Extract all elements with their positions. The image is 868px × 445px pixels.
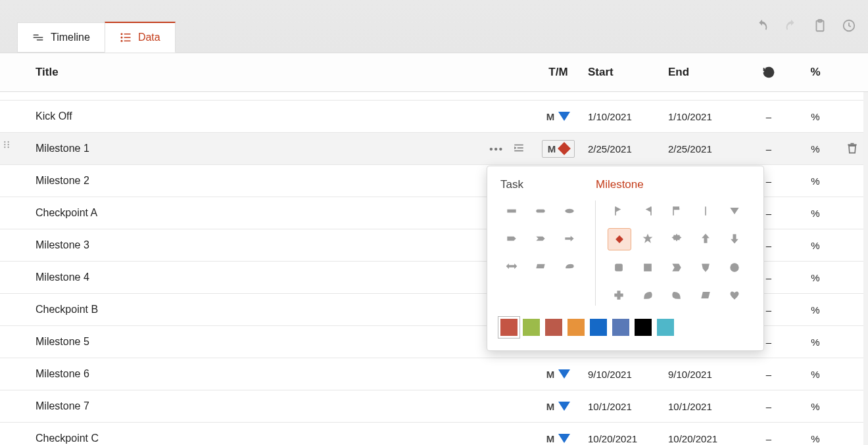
clipboard-icon[interactable] <box>813 18 827 35</box>
table-row[interactable]: Kick OffM1/10/20211/10/2021–% <box>0 100 868 133</box>
ms-shape-square[interactable] <box>637 257 659 278</box>
redo-icon[interactable] <box>784 18 798 35</box>
cell-duration[interactable]: – <box>743 143 794 154</box>
col-title[interactable]: Title <box>29 66 534 79</box>
col-end[interactable]: End <box>663 66 743 79</box>
task-shape-oval[interactable] <box>558 200 581 222</box>
popover-tab-task[interactable]: Task <box>500 178 523 191</box>
color-swatch[interactable] <box>523 319 540 336</box>
cell-end[interactable]: 10/1/2021 <box>663 401 743 412</box>
ms-shape-rounded-square[interactable] <box>608 257 630 278</box>
cell-start[interactable]: 10/1/2021 <box>583 401 663 412</box>
task-shape-chevron[interactable] <box>500 228 523 249</box>
cell-tm[interactable]: M <box>534 401 583 412</box>
cell-title[interactable]: Milestone 6 <box>29 368 534 380</box>
task-shape-tag[interactable] <box>529 228 552 249</box>
ms-shape-chevron[interactable] <box>665 257 688 278</box>
col-tm[interactable]: T/M <box>534 66 583 79</box>
undo-icon[interactable] <box>755 18 769 35</box>
task-shape-arrow[interactable] <box>558 228 581 249</box>
ms-shape-shield[interactable] <box>694 257 717 278</box>
col-start[interactable]: Start <box>583 66 663 79</box>
ms-shape-leaf2[interactable] <box>665 285 688 306</box>
cell-title[interactable]: Kick Off <box>29 110 534 122</box>
color-swatch[interactable] <box>500 319 518 336</box>
cell-duration[interactable]: – <box>743 433 794 444</box>
table-row[interactable]: Milestone 1•••M2/25/20212/25/2021–% <box>0 133 868 165</box>
cell-duration[interactable]: – <box>743 111 794 122</box>
cell-start[interactable]: 1/10/2021 <box>583 111 663 122</box>
ms-shape-line[interactable] <box>694 200 717 222</box>
cell-tm[interactable]: M <box>534 433 583 444</box>
cell-percent[interactable]: % <box>794 433 836 444</box>
ms-shape-triangle-down[interactable] <box>723 200 746 222</box>
cell-title[interactable]: Checkpoint C <box>29 433 534 444</box>
cell-end[interactable]: 1/10/2021 <box>663 111 743 122</box>
color-swatch[interactable] <box>612 319 629 336</box>
cell-title[interactable]: Milestone 3 <box>29 239 534 251</box>
tab-timeline[interactable]: Timeline <box>17 22 105 53</box>
ms-shape-gear[interactable] <box>665 228 688 249</box>
ms-shape-flag-left[interactable] <box>637 200 659 222</box>
ms-shape-leaf1[interactable] <box>637 285 659 306</box>
ms-shape-plus[interactable] <box>608 285 630 306</box>
scrollbar[interactable] <box>863 92 868 445</box>
cell-title[interactable]: Milestone 5 <box>29 336 534 348</box>
ms-shape-star[interactable] <box>637 228 659 249</box>
cell-percent[interactable]: % <box>794 143 836 154</box>
cell-duration[interactable]: – <box>743 401 794 412</box>
task-shape-bar[interactable] <box>500 200 523 222</box>
cell-tm[interactable]: M <box>534 111 583 122</box>
cell-percent[interactable]: % <box>794 176 836 187</box>
cell-title[interactable]: Milestone 1••• <box>29 142 534 156</box>
cell-title[interactable]: Milestone 2 <box>29 175 534 187</box>
ms-shape-parallelogram[interactable] <box>694 285 717 306</box>
cell-end[interactable]: 9/10/2021 <box>663 369 743 380</box>
cell-percent[interactable]: % <box>794 111 836 122</box>
ms-shape-arrow-up[interactable] <box>694 228 717 249</box>
ms-shape-heart[interactable] <box>723 285 746 306</box>
task-shape-pill[interactable] <box>529 200 552 222</box>
cell-end[interactable]: 10/20/2021 <box>663 433 743 444</box>
cell-percent[interactable]: % <box>794 208 836 219</box>
cell-duration[interactable]: – <box>743 369 794 380</box>
col-duration[interactable] <box>743 66 794 79</box>
color-swatch[interactable] <box>635 319 652 336</box>
cell-end[interactable]: 2/25/2021 <box>663 143 743 154</box>
ms-shape-diamond[interactable] <box>608 228 631 250</box>
tab-data[interactable]: Data <box>105 22 176 53</box>
color-swatch[interactable] <box>545 319 562 336</box>
drag-handle-icon[interactable] <box>1 139 12 152</box>
popover-tab-milestone[interactable]: Milestone <box>596 178 644 191</box>
cell-tm[interactable]: M <box>534 369 583 380</box>
cell-start[interactable]: 2/25/2021 <box>583 143 663 154</box>
task-shape-biarrow[interactable] <box>500 256 523 277</box>
cell-tm[interactable]: M <box>534 140 583 158</box>
table-row[interactable]: Milestone 7M10/1/202110/1/2021–% <box>0 390 868 423</box>
cell-percent[interactable]: % <box>794 304 836 316</box>
table-row[interactable]: Milestone 6M9/10/20219/10/2021–% <box>0 358 868 390</box>
cell-percent[interactable]: % <box>794 369 836 380</box>
history-icon[interactable] <box>842 18 856 35</box>
cell-start[interactable]: 10/20/2021 <box>583 433 663 444</box>
cell-start[interactable]: 9/10/2021 <box>583 369 663 380</box>
color-swatch[interactable] <box>657 319 674 336</box>
cell-title[interactable]: Milestone 7 <box>29 400 534 412</box>
col-percent[interactable]: % <box>794 66 836 79</box>
indent-icon[interactable] <box>513 142 525 156</box>
cell-percent[interactable]: % <box>794 272 836 283</box>
color-swatch[interactable] <box>567 319 585 336</box>
cell-title[interactable]: Milestone 4 <box>29 271 534 283</box>
ms-shape-arrow-down[interactable] <box>723 228 746 249</box>
cell-title[interactable]: Checkpoint A <box>29 207 534 219</box>
more-icon[interactable]: ••• <box>489 143 504 154</box>
task-shape-slant[interactable] <box>529 256 552 277</box>
cell-percent[interactable]: % <box>794 240 836 251</box>
ms-shape-waving-flag[interactable] <box>665 200 688 222</box>
ms-shape-flag-right[interactable] <box>608 200 630 222</box>
cell-percent[interactable]: % <box>794 337 836 348</box>
color-swatch[interactable] <box>590 319 607 336</box>
ms-shape-circle[interactable] <box>723 257 746 278</box>
task-shape-leaf[interactable] <box>558 256 581 277</box>
cell-percent[interactable]: % <box>794 401 836 412</box>
